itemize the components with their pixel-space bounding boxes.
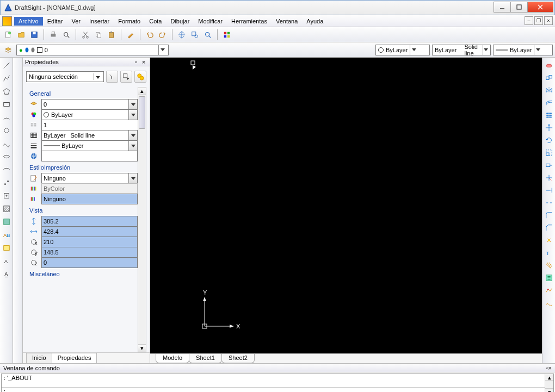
prop-hyperlink-field[interactable] bbox=[41, 151, 138, 161]
doc-close-button[interactable]: × bbox=[544, 16, 553, 25]
tab-sheet2[interactable]: Sheet2 bbox=[221, 354, 255, 363]
mtext-icon[interactable]: A bbox=[1, 256, 12, 266]
polyline-icon[interactable] bbox=[1, 73, 12, 84]
menu-tools[interactable]: Herramientas bbox=[227, 17, 272, 26]
drawing-canvas[interactable]: Y X bbox=[150, 58, 542, 353]
menu-insert[interactable]: Insertar bbox=[85, 17, 114, 26]
select-objects-icon[interactable] bbox=[120, 71, 132, 83]
erase-icon[interactable] bbox=[544, 60, 554, 71]
panel-close-icon[interactable]: × bbox=[140, 58, 147, 66]
undo-icon[interactable] bbox=[144, 29, 156, 41]
rectangle-icon[interactable] bbox=[1, 99, 12, 110]
note-icon[interactable] bbox=[1, 242, 12, 253]
command-body[interactable]: : '_ABOUT : ▴ ▾ bbox=[1, 374, 554, 392]
menu-dim[interactable]: Cota bbox=[145, 17, 166, 26]
prop-color-field[interactable]: ByLayer bbox=[41, 109, 138, 120]
scroll-up-icon[interactable]: ▴ bbox=[138, 88, 146, 95]
circle-icon[interactable] bbox=[1, 125, 12, 136]
toggle-pick-icon[interactable] bbox=[134, 71, 146, 83]
command-prompt[interactable]: : bbox=[2, 387, 553, 392]
redo-icon[interactable] bbox=[157, 29, 169, 41]
layer-dropdown[interactable]: ● ⬮ ⬮ 0 bbox=[16, 45, 169, 55]
mirror-icon[interactable] bbox=[544, 85, 554, 96]
line-icon[interactable] bbox=[1, 60, 12, 71]
break-icon[interactable] bbox=[544, 197, 554, 208]
trim-icon[interactable] bbox=[544, 172, 554, 183]
scroll-thumb[interactable] bbox=[139, 96, 145, 129]
tab-sheet1[interactable]: Sheet1 bbox=[189, 354, 222, 363]
lineweight-dropdown[interactable]: ByLayer bbox=[493, 45, 553, 55]
fillet-icon[interactable] bbox=[544, 210, 554, 221]
tab-start[interactable]: Inicio bbox=[26, 353, 52, 363]
prop-view5-field[interactable]: 0 bbox=[41, 257, 138, 268]
menu-modify[interactable]: Modificar bbox=[194, 17, 227, 26]
tab-model[interactable]: Modelo bbox=[156, 354, 189, 363]
print-icon[interactable] bbox=[47, 29, 59, 41]
open-icon[interactable] bbox=[15, 29, 27, 41]
menu-file[interactable]: Archivo bbox=[14, 17, 43, 26]
scale-icon[interactable] bbox=[544, 147, 554, 158]
panel-float-icon[interactable]: ▫ bbox=[132, 58, 140, 66]
align-icon[interactable]: T bbox=[544, 247, 554, 258]
rotate-icon[interactable] bbox=[544, 135, 554, 146]
extend-icon[interactable] bbox=[544, 185, 554, 196]
print-preview-icon[interactable] bbox=[60, 29, 72, 41]
region-icon[interactable] bbox=[1, 216, 12, 227]
tab-properties[interactable]: Propiedades bbox=[52, 353, 97, 363]
copy-icon[interactable] bbox=[92, 29, 104, 41]
prop-plotattached-field[interactable]: Ninguno bbox=[41, 194, 138, 204]
copy-mod-icon[interactable] bbox=[544, 72, 554, 83]
simpletext-icon[interactable]: A̲ bbox=[1, 269, 12, 279]
cut-icon[interactable] bbox=[79, 29, 91, 41]
quick-select-icon[interactable] bbox=[106, 71, 118, 83]
edit-hatch-icon[interactable] bbox=[544, 260, 554, 271]
offset-icon[interactable] bbox=[544, 97, 554, 108]
doc-minimize-button[interactable]: – bbox=[525, 16, 533, 25]
paste-icon[interactable] bbox=[106, 29, 118, 41]
zoom-extents-icon[interactable] bbox=[202, 29, 214, 41]
insert-block-icon[interactable] bbox=[1, 190, 12, 201]
stretch-icon[interactable] bbox=[544, 160, 554, 171]
layer-manager-icon[interactable] bbox=[2, 44, 14, 56]
edit-text-icon[interactable] bbox=[544, 272, 554, 283]
edit-polyline-icon[interactable] bbox=[544, 285, 554, 296]
menu-edit[interactable]: Editar bbox=[43, 17, 67, 26]
arc-icon[interactable] bbox=[1, 112, 12, 123]
edit-spline-icon[interactable] bbox=[544, 297, 554, 308]
prop-view3-field[interactable]: 210 bbox=[41, 237, 138, 247]
text-icon[interactable]: AB bbox=[1, 229, 12, 240]
prop-view1-field[interactable]: 385.2 bbox=[41, 216, 138, 227]
prop-layer-field[interactable]: 0 bbox=[41, 99, 138, 110]
minimize-button[interactable] bbox=[494, 2, 511, 13]
new-icon[interactable] bbox=[2, 29, 14, 41]
pan-icon[interactable] bbox=[176, 29, 188, 41]
polygon-icon[interactable] bbox=[1, 86, 12, 97]
match-properties-icon[interactable] bbox=[125, 29, 137, 41]
prop-view4-field[interactable]: 148.5 bbox=[41, 247, 138, 258]
prop-view2-field[interactable]: 428.4 bbox=[41, 226, 138, 237]
panel-grip[interactable] bbox=[13, 58, 23, 363]
hatch-icon[interactable] bbox=[1, 203, 12, 214]
zoom-window-icon[interactable] bbox=[189, 29, 201, 41]
command-scrollbar[interactable]: ▴ ▾ bbox=[545, 374, 553, 392]
prop-lineweight-field[interactable]: ByLayer bbox=[41, 140, 138, 151]
prop-plotstyle-field[interactable]: Ninguno bbox=[41, 173, 138, 184]
ellipse-arc-icon[interactable] bbox=[1, 164, 12, 175]
chamfer-icon[interactable] bbox=[544, 222, 554, 233]
spline-icon[interactable] bbox=[1, 138, 12, 149]
array-icon[interactable] bbox=[544, 110, 554, 121]
scroll-down-icon[interactable]: ▾ bbox=[138, 344, 146, 352]
point-icon[interactable] bbox=[1, 177, 12, 188]
app-logo-icon[interactable] bbox=[2, 16, 12, 26]
menu-format[interactable]: Formato bbox=[114, 17, 145, 26]
menu-view[interactable]: Ver bbox=[67, 17, 85, 26]
properties-scrollbar[interactable]: ▴ ▾ bbox=[138, 87, 146, 352]
save-icon[interactable] bbox=[28, 29, 40, 41]
ellipse-icon[interactable] bbox=[1, 151, 12, 162]
color-dropdown[interactable]: ByLayer bbox=[375, 45, 430, 55]
prop-linestyle-field[interactable]: ByLayer Solid line bbox=[41, 130, 138, 141]
explode-icon[interactable] bbox=[544, 235, 554, 246]
selection-dropdown[interactable]: Ninguna selección bbox=[26, 71, 104, 82]
menu-help[interactable]: Ayuda bbox=[302, 17, 328, 26]
close-button[interactable] bbox=[527, 2, 553, 13]
